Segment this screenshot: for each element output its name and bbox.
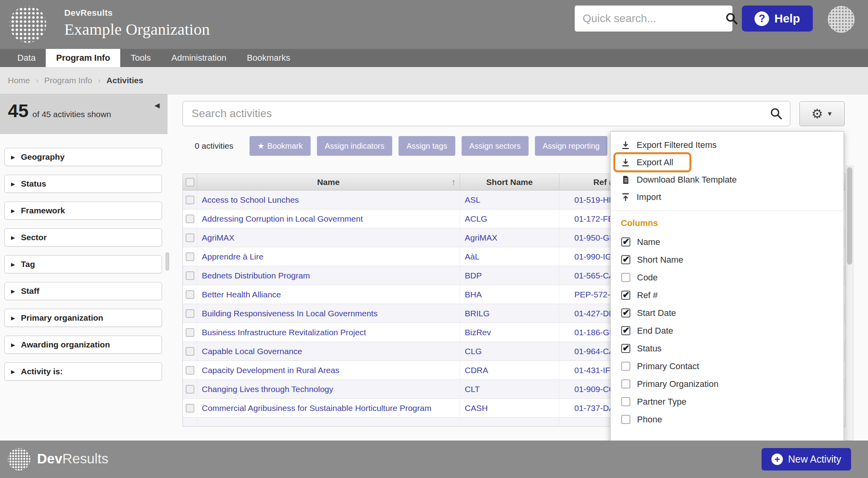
filter-staff[interactable]: ▶ Staff bbox=[4, 282, 162, 300]
gear-menu-button[interactable]: ⚙ ▼ bbox=[799, 101, 845, 126]
activity-link[interactable]: Commercial Agribusiness for Sustainable … bbox=[202, 403, 431, 413]
column-toggle-partner-type[interactable]: Partner Type bbox=[611, 393, 844, 411]
activity-search-input[interactable] bbox=[192, 107, 769, 120]
activity-link[interactable]: Business Infrastructure Revitalization P… bbox=[202, 328, 366, 337]
download-icon bbox=[621, 140, 630, 150]
short-name-cell: BHA bbox=[460, 285, 559, 304]
chevron-down-icon: ▼ bbox=[827, 110, 833, 118]
sidebar-collapse-icon[interactable]: ◀ bbox=[155, 101, 160, 110]
row-checkbox[interactable] bbox=[186, 215, 194, 223]
help-button[interactable]: ? Help bbox=[742, 6, 813, 32]
activities-count-box: 45 of 45 activities shown ◀ bbox=[0, 94, 168, 134]
assign-reporting-button[interactable]: Assign reporting bbox=[535, 136, 608, 156]
filter-awarding-organization[interactable]: ▶ Awarding organization bbox=[4, 336, 162, 354]
column-toggle-code[interactable]: Code bbox=[611, 269, 844, 286]
activity-link[interactable]: Access to School Lunches bbox=[202, 195, 299, 205]
account-globe-icon[interactable] bbox=[828, 6, 855, 33]
filter-primary-organization[interactable]: ▶ Primary organization bbox=[4, 309, 162, 327]
short-name-cell: BizRev bbox=[460, 323, 559, 342]
row-checkbox[interactable] bbox=[186, 233, 194, 242]
organization-title: Example Organization bbox=[64, 20, 210, 39]
column-toggle-name[interactable]: Name bbox=[611, 233, 844, 251]
checkbox-icon bbox=[621, 291, 630, 300]
tab-administration[interactable]: Administration bbox=[161, 49, 237, 67]
short-name-cell: CDRA bbox=[460, 361, 559, 379]
quick-search-box bbox=[575, 6, 732, 32]
vertical-scrollbar[interactable] bbox=[846, 166, 853, 441]
activity-link[interactable]: Better Health Alliance bbox=[202, 290, 281, 299]
scrollbar-thumb[interactable] bbox=[847, 167, 852, 265]
menu-item-download-blank-template[interactable]: Download Blank Template bbox=[611, 171, 844, 189]
breadcrumb-home[interactable]: Home bbox=[8, 76, 30, 85]
menu-item-export-filtered[interactable]: Export Filtered Items bbox=[611, 136, 844, 154]
chevron-right-icon: ▶ bbox=[11, 342, 15, 348]
column-toggle-primary-contact[interactable]: Primary Contact bbox=[611, 357, 844, 375]
row-checkbox[interactable] bbox=[186, 271, 194, 280]
activity-link[interactable]: Changing Lives through Technology bbox=[202, 385, 333, 394]
breadcrumb-separator-icon: › bbox=[36, 76, 38, 85]
bookmark-button[interactable]: ★ Bookmark bbox=[250, 136, 311, 156]
activity-link[interactable]: Bednets Distribution Program bbox=[202, 271, 310, 280]
help-label: Help bbox=[774, 12, 800, 25]
column-toggle-phone[interactable]: Phone bbox=[611, 411, 844, 428]
activity-link[interactable]: Apprendre à Lire bbox=[202, 252, 263, 261]
new-activity-button[interactable]: + New Activity bbox=[762, 448, 851, 471]
column-toggle-start-date[interactable]: Start Date bbox=[611, 304, 844, 322]
row-checkbox[interactable] bbox=[186, 404, 194, 413]
main-nav: Data Program Info Tools Administration B… bbox=[0, 49, 868, 67]
chevron-right-icon: ▶ bbox=[11, 315, 15, 321]
filter-framework[interactable]: ▶ Framework bbox=[4, 202, 162, 220]
chevron-right-icon: ▶ bbox=[11, 369, 15, 375]
row-checkbox[interactable] bbox=[186, 385, 194, 394]
breadcrumb-program-info[interactable]: Program Info bbox=[44, 76, 92, 85]
column-toggle-short-name[interactable]: Short Name bbox=[611, 251, 844, 269]
search-icon[interactable] bbox=[769, 107, 783, 120]
row-checkbox[interactable] bbox=[186, 252, 194, 261]
row-checkbox[interactable] bbox=[186, 347, 194, 356]
column-toggle-end-date[interactable]: End Date bbox=[611, 322, 844, 340]
column-toggle-ref[interactable]: Ref # bbox=[611, 286, 844, 304]
row-checkbox[interactable] bbox=[186, 196, 194, 204]
activity-link[interactable]: Capable Local Governance bbox=[202, 347, 302, 356]
tab-data[interactable]: Data bbox=[7, 49, 46, 67]
column-toggle-primary-organization[interactable]: Primary Organization bbox=[611, 375, 844, 393]
activities-count: 45 bbox=[8, 100, 28, 121]
menu-item-export-all[interactable]: Export All bbox=[611, 154, 844, 171]
gear-icon: ⚙ bbox=[811, 107, 823, 120]
plus-icon: + bbox=[771, 454, 783, 465]
filter-tag[interactable]: ▶ Tag bbox=[4, 255, 162, 273]
filter-activity-is[interactable]: ▶ Activity is: bbox=[4, 362, 162, 381]
row-checkbox[interactable] bbox=[186, 290, 194, 299]
menu-item-import[interactable]: Import bbox=[611, 189, 844, 206]
short-name-cell: ASL bbox=[460, 190, 559, 209]
activity-link[interactable]: Addressing Corruption in Local Governmen… bbox=[202, 214, 363, 224]
assign-sectors-button[interactable]: Assign sectors bbox=[462, 136, 529, 156]
tab-program-info[interactable]: Program Info bbox=[46, 49, 120, 67]
filter-geography[interactable]: ▶ Geography bbox=[4, 148, 162, 166]
activity-link[interactable]: AgriMAX bbox=[202, 233, 235, 243]
activity-link[interactable]: Capacity Development in Rural Areas bbox=[202, 366, 339, 375]
quick-search-input[interactable] bbox=[583, 12, 725, 25]
row-checkbox[interactable] bbox=[186, 328, 194, 337]
row-checkbox[interactable] bbox=[186, 309, 194, 318]
upload-icon bbox=[621, 192, 630, 202]
row-checkbox[interactable] bbox=[186, 366, 194, 375]
checkbox-icon bbox=[621, 273, 630, 282]
sidebar-resize-handle[interactable] bbox=[166, 252, 169, 271]
select-all-checkbox[interactable] bbox=[186, 178, 194, 187]
filter-sector[interactable]: ▶ Sector bbox=[4, 228, 162, 246]
search-icon[interactable] bbox=[725, 12, 738, 25]
short-name-cell: CASH bbox=[460, 399, 559, 417]
column-header-short-name[interactable]: Short Name bbox=[460, 174, 559, 190]
question-icon: ? bbox=[754, 11, 769, 26]
assign-tags-button[interactable]: Assign tags bbox=[399, 136, 455, 156]
devresults-logo-icon bbox=[9, 6, 46, 43]
tab-bookmarks[interactable]: Bookmarks bbox=[237, 49, 300, 67]
activity-link[interactable]: Building Responsiveness In Local Governm… bbox=[202, 309, 378, 318]
tab-tools[interactable]: Tools bbox=[120, 49, 161, 67]
assign-indicators-button[interactable]: Assign indicators bbox=[317, 136, 392, 156]
column-header-name[interactable]: Name ↑ bbox=[197, 174, 460, 190]
filter-status[interactable]: ▶ Status bbox=[4, 175, 162, 193]
column-toggle-status[interactable]: Status bbox=[611, 340, 844, 357]
checkbox-icon bbox=[621, 362, 630, 371]
